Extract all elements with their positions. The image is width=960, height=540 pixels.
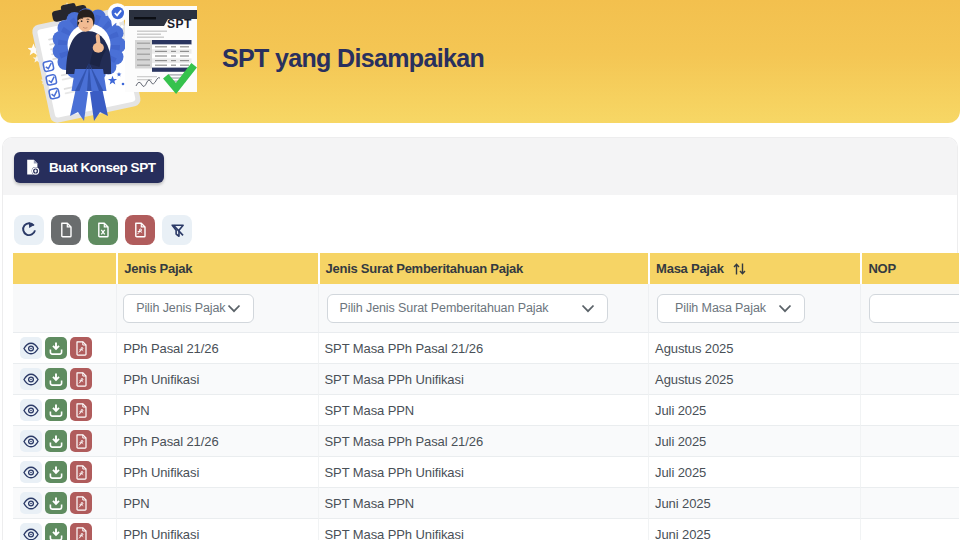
svg-text:SPT: SPT <box>167 17 192 31</box>
